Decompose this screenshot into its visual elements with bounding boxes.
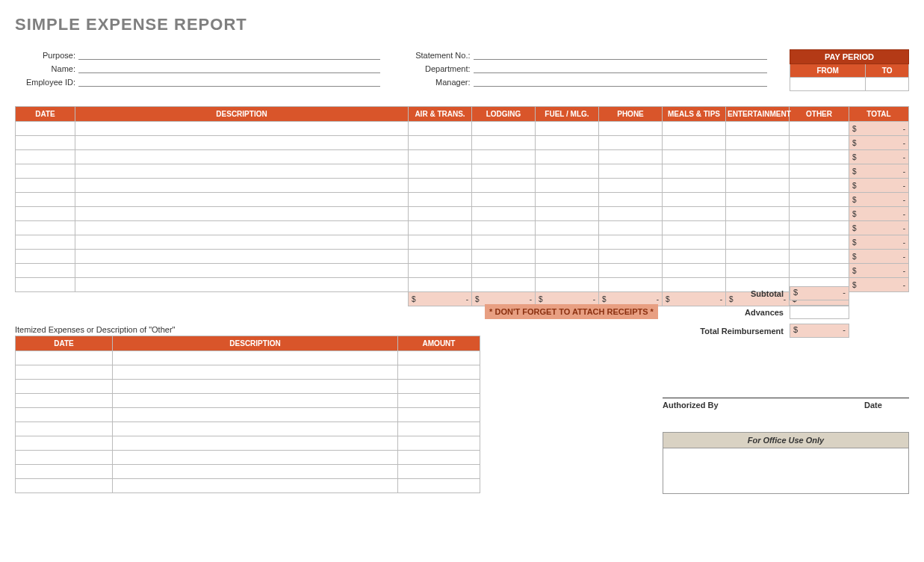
table-cell[interactable] (472, 221, 536, 235)
table-cell[interactable] (790, 136, 849, 150)
table-cell[interactable] (75, 136, 409, 150)
table-cell[interactable] (472, 122, 536, 136)
table-cell[interactable] (75, 207, 409, 221)
table-cell[interactable] (790, 164, 849, 179)
table-cell[interactable] (726, 193, 790, 207)
table-cell[interactable] (113, 422, 398, 436)
table-cell[interactable] (536, 278, 599, 292)
table-cell[interactable] (75, 193, 409, 207)
table-cell[interactable] (472, 164, 536, 179)
table-cell[interactable] (16, 179, 75, 193)
table-cell[interactable] (409, 122, 472, 136)
table-cell[interactable] (536, 150, 599, 164)
table-cell[interactable] (472, 150, 536, 164)
pay-period-from-cell[interactable] (790, 78, 866, 91)
table-cell[interactable] (790, 250, 849, 264)
table-cell[interactable] (409, 278, 472, 292)
input-purpose[interactable] (78, 49, 380, 60)
table-cell[interactable] (16, 351, 113, 365)
office-use-body[interactable] (663, 448, 908, 493)
table-cell[interactable] (16, 150, 75, 164)
table-cell[interactable] (113, 465, 398, 479)
table-cell[interactable] (16, 465, 113, 479)
table-cell[interactable] (113, 380, 398, 394)
table-cell[interactable] (599, 150, 663, 164)
table-cell[interactable] (16, 479, 113, 493)
table-cell[interactable] (113, 436, 398, 451)
table-cell[interactable] (536, 264, 599, 278)
table-cell[interactable] (16, 451, 113, 465)
table-cell[interactable] (409, 150, 472, 164)
table-cell[interactable] (75, 250, 409, 264)
table-cell[interactable] (599, 136, 663, 150)
table-cell[interactable] (663, 179, 726, 193)
table-cell[interactable] (599, 235, 663, 250)
table-cell[interactable] (599, 193, 663, 207)
input-employee-id[interactable] (78, 76, 380, 87)
table-cell[interactable] (663, 164, 726, 179)
table-cell[interactable] (790, 221, 849, 235)
table-cell[interactable] (409, 221, 472, 235)
table-cell[interactable] (472, 235, 536, 250)
table-cell[interactable] (75, 278, 409, 292)
advances-value[interactable] (790, 305, 849, 319)
table-cell[interactable] (75, 235, 409, 250)
table-cell[interactable] (472, 207, 536, 221)
input-statement-no[interactable] (474, 49, 768, 60)
table-cell[interactable] (599, 250, 663, 264)
table-cell[interactable] (536, 221, 599, 235)
table-cell[interactable] (790, 235, 849, 250)
table-cell[interactable] (663, 193, 726, 207)
table-cell[interactable] (16, 235, 75, 250)
table-cell[interactable] (75, 122, 409, 136)
table-cell[interactable] (536, 179, 599, 193)
table-cell[interactable] (663, 122, 726, 136)
table-cell[interactable] (599, 164, 663, 179)
table-cell[interactable] (790, 193, 849, 207)
table-cell[interactable] (409, 207, 472, 221)
table-cell[interactable] (663, 250, 726, 264)
table-cell[interactable] (536, 250, 599, 264)
table-cell[interactable] (472, 179, 536, 193)
table-cell[interactable] (726, 235, 790, 250)
table-cell[interactable] (472, 136, 536, 150)
table-cell[interactable] (16, 136, 75, 150)
table-cell[interactable] (16, 193, 75, 207)
table-cell[interactable] (75, 164, 409, 179)
input-manager[interactable] (474, 76, 768, 87)
table-cell[interactable] (398, 394, 480, 408)
input-department[interactable] (474, 63, 768, 73)
table-cell[interactable] (409, 164, 472, 179)
table-cell[interactable] (663, 221, 726, 235)
table-cell[interactable] (599, 278, 663, 292)
table-cell[interactable] (398, 451, 480, 465)
table-cell[interactable] (536, 193, 599, 207)
table-cell[interactable] (16, 207, 75, 221)
table-cell[interactable] (409, 250, 472, 264)
table-cell[interactable] (398, 465, 480, 479)
table-cell[interactable] (398, 408, 480, 422)
table-cell[interactable] (398, 479, 480, 493)
table-cell[interactable] (16, 380, 113, 394)
table-cell[interactable] (726, 150, 790, 164)
table-cell[interactable] (790, 179, 849, 193)
table-cell[interactable] (599, 221, 663, 235)
table-cell[interactable] (113, 394, 398, 408)
table-cell[interactable] (726, 207, 790, 221)
table-cell[interactable] (409, 264, 472, 278)
table-cell[interactable] (75, 264, 409, 278)
table-cell[interactable] (16, 394, 113, 408)
table-cell[interactable] (536, 207, 599, 221)
table-cell[interactable] (663, 235, 726, 250)
table-cell[interactable] (790, 207, 849, 221)
table-cell[interactable] (663, 136, 726, 150)
table-cell[interactable] (790, 122, 849, 136)
table-cell[interactable] (536, 235, 599, 250)
table-cell[interactable] (16, 408, 113, 422)
table-cell[interactable] (663, 150, 726, 164)
table-cell[interactable] (16, 264, 75, 278)
table-cell[interactable] (472, 250, 536, 264)
table-cell[interactable] (409, 179, 472, 193)
table-cell[interactable] (409, 136, 472, 150)
table-cell[interactable] (726, 264, 790, 278)
